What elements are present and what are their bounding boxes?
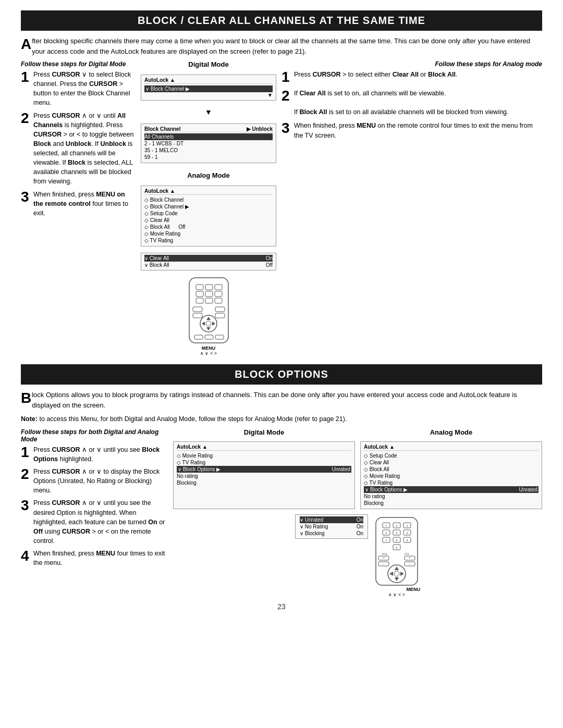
digital-screen1-title: AutoLock ▲	[144, 77, 273, 84]
svg-text:8: 8	[396, 539, 398, 542]
svg-text:1: 1	[385, 524, 387, 527]
analog-screen1: AutoLock ▲ ◇ Block Channel ◇ Block Chann…	[141, 186, 276, 246]
step-4-block: 4 When finished, press MENU four times t…	[21, 549, 167, 567]
step-num-4b: 4	[21, 549, 30, 563]
section1-screens: Digital Mode AutoLock ▲ ∨ Block Channel …	[141, 60, 276, 356]
svg-rect-8	[205, 298, 213, 303]
analog-status-box: ∨ Clear AllOn ∨ Block AllOff	[141, 253, 276, 270]
step-1-digital: 1 Press CURSOR ∨ to select Block channel…	[21, 70, 136, 108]
svg-marker-17	[202, 322, 205, 326]
s2-analog-title: AutoLock ▲	[364, 444, 538, 451]
svg-rect-10	[193, 307, 202, 312]
svg-rect-22	[215, 335, 224, 339]
svg-marker-15	[206, 317, 211, 320]
step-number-2: 2	[21, 111, 30, 126]
svg-marker-57	[389, 572, 393, 576]
svg-text:9: 9	[406, 539, 408, 542]
svg-text:VOL: VOL	[382, 552, 388, 556]
digital-screen1-arrow: ▼	[267, 92, 273, 98]
section1-intro: After blocking specific channels there m…	[21, 36, 542, 56]
ch-row-wcbs: 2 - 1 WCBS - DT	[144, 140, 273, 147]
step-1-block-text: Press CURSOR ∧ or ∨ until you see Block …	[33, 445, 167, 464]
remote-svg-1	[187, 277, 231, 344]
analog-mode-heading: Follow these steps for Analog mode	[282, 60, 542, 68]
analog-clear-all-row: ∨ Clear AllOn	[144, 255, 273, 262]
s2-digital-title: AutoLock ▲	[177, 444, 351, 451]
section2: BLOCK OPTIONS Block Options allows you t…	[21, 364, 542, 597]
s2-d-mr: ◇ Movie Rating	[177, 452, 351, 459]
section2-note: Note: to access this Menu, for both Digi…	[21, 414, 542, 424]
s2-analog-screen: AutoLock ▲ ◇ Setup Code ◇ Clear All ◇ Bl…	[360, 441, 542, 509]
page-number: 23	[21, 602, 542, 611]
step-number-2a: 2	[282, 89, 291, 103]
svg-marker-56	[395, 577, 399, 581]
menu-label-1: MENU	[202, 346, 216, 351]
svg-marker-18	[212, 322, 215, 326]
analog-row-sc: ◇ Setup Code	[144, 210, 273, 217]
step-1-analog: 1 Press CURSOR > to select either Clear …	[282, 70, 542, 84]
svg-rect-20	[194, 335, 203, 339]
svg-rect-7	[196, 298, 203, 303]
s2-a-nr: No rating	[364, 493, 538, 500]
section2-steps: Follow these steps for both Digital and …	[21, 428, 167, 597]
analog-row-ba: ◇ Block All Off	[144, 224, 273, 230]
analog-screen1-title: AutoLock ▲	[144, 188, 273, 195]
analog-block-all-row: ∨ Block AllOff	[144, 262, 273, 268]
s2-a-ba: ◇ Block All	[364, 466, 538, 473]
s2-a-bo: ∨ Block Options ▶Unrated	[364, 486, 538, 493]
svg-rect-1	[196, 285, 203, 290]
step-1-block: 1 Press CURSOR ∧ or ∨ until you see Bloc…	[21, 445, 167, 464]
step-2-analog-text: If Clear All is set to on, all channels …	[294, 89, 509, 117]
step-2-digital: 2 Press CURSOR ∧ or ∨ until All Channels…	[21, 111, 136, 187]
os-unrated: ∨ UnratedOn	[300, 516, 363, 523]
section1-analog-steps: Follow these steps for Analog mode 1 Pre…	[282, 60, 542, 356]
svg-rect-13	[215, 313, 225, 318]
step-2-analog: 2 If Clear All is set to on, all channel…	[282, 89, 542, 117]
svg-text:7: 7	[385, 539, 387, 542]
step-num-3b: 3	[21, 498, 30, 513]
digital-screen1-row1: ∨ Block Channel ▶	[144, 85, 273, 92]
cursor-arrows-2: ∧ ∨ < >	[388, 592, 405, 597]
os-blocking: ∨ BlockingOn	[300, 530, 363, 537]
svg-text:6: 6	[406, 532, 408, 535]
section1-digital-steps: Follow these steps for Digital Mode 1 Pr…	[21, 60, 136, 356]
svg-text:CH: CH	[405, 552, 409, 556]
svg-text:4: 4	[385, 532, 387, 535]
ch-row-melco: 35 - 1 MELCO	[144, 147, 273, 154]
s2-screens-row: AutoLock ▲ ◇ Movie Rating ◇ TV Rating ∨ …	[173, 441, 542, 511]
step-1-analog-text: Press CURSOR > to select either Clear Al…	[294, 70, 457, 79]
svg-text:5: 5	[396, 532, 398, 535]
down-arrow: ▼	[141, 108, 276, 116]
section1: BLOCK / CLEAR ALL CHANNELS AT THE SAME T…	[21, 10, 542, 356]
s2-d-bo: ∨ Block Options ▶Unrated	[177, 466, 351, 473]
options-status-wrap: ∨ UnratedOn ∨ No RatingOn ∨ BlockingOn	[295, 514, 368, 539]
s2-a-ca: ◇ Clear All	[364, 459, 538, 466]
step-num-2b: 2	[21, 467, 30, 482]
section2-screens: Digital Mode Analog Mode AutoLock ▲ ◇ Mo…	[173, 428, 542, 597]
ch-row-59: 59 - 1	[144, 154, 273, 161]
step-3-digital: 3 When finished, press MENU on the remot…	[21, 190, 136, 218]
svg-text:-: -	[383, 562, 385, 565]
both-modes-heading: Follow these steps for both Digital and …	[21, 428, 167, 443]
digital-mode-label: Digital Mode	[141, 60, 276, 68]
svg-rect-21	[205, 335, 213, 339]
svg-text:+: +	[409, 556, 411, 560]
analog-row-tr: ◇ TV Rating	[144, 237, 273, 244]
section2-intro: Block Options allows you to block progra…	[21, 390, 542, 410]
s2-a-mr: ◇ Movie Rating	[364, 473, 538, 479]
section1-title: BLOCK / CLEAR ALL CHANNELS AT THE SAME T…	[21, 10, 542, 31]
digital-screen2: Block Channel▶ Unblock All Channels 2 - …	[141, 124, 276, 163]
s2-digital-label: Digital Mode	[173, 428, 355, 438]
s2-analog-label: Analog Mode	[360, 428, 542, 438]
svg-rect-2	[205, 285, 213, 290]
step-2-block: 2 Press CURSOR ∧ or ∨ to display the Blo…	[21, 467, 167, 495]
analog-row-bc: ◇ Block Channel	[144, 196, 273, 203]
step-1-digital-text: Press CURSOR ∨ to select Block channel. …	[33, 70, 136, 108]
step-number-1: 1	[21, 70, 30, 84]
svg-rect-9	[215, 298, 222, 303]
options-status: ∨ UnratedOn ∨ No RatingOn ∨ BlockingOn	[295, 514, 368, 539]
s2-a-bl: Blocking	[364, 500, 538, 507]
digital-screen2-title: Block Channel▶ Unblock	[144, 126, 273, 132]
s2-d-nr: No rating	[177, 473, 351, 479]
remote-svg-2: 1 2 3 4 5 6 7 8	[373, 516, 420, 587]
